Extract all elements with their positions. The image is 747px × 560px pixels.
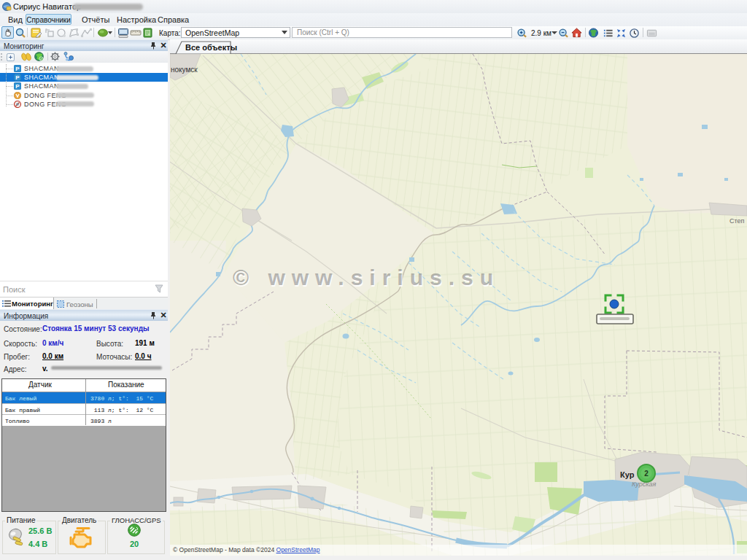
svg-text:P: P xyxy=(15,74,20,81)
svg-text:Кур: Кур xyxy=(620,470,635,479)
svg-text:P: P xyxy=(15,66,20,72)
svg-text:Степ: Степ xyxy=(729,217,745,225)
svg-text:нокумск: нокумск xyxy=(171,66,198,74)
svg-text:2: 2 xyxy=(644,470,649,478)
svg-text:P: P xyxy=(15,83,20,90)
